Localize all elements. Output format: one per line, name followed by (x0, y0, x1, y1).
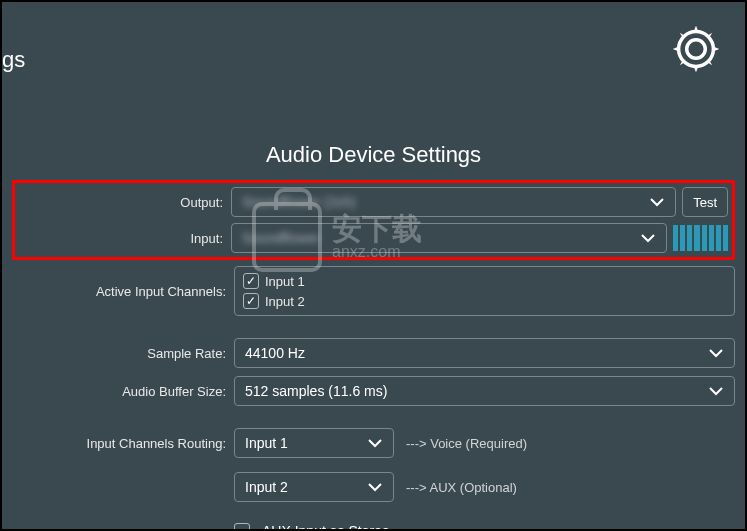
aux-stereo-checkbox[interactable] (234, 523, 250, 531)
buffer-size-value: 512 samples (11.6 ms) (245, 383, 387, 399)
routing-voice-dropdown[interactable]: Input 1 (234, 428, 394, 458)
active-channels-group: Input 1 Input 2 (234, 266, 735, 316)
section-title: Audio Device Settings (12, 142, 735, 168)
output-value: Soundflower (2ch) (242, 194, 356, 210)
chevron-down-icon (640, 232, 656, 244)
input-dropdown[interactable]: Soundflower (231, 223, 667, 253)
gear-icon[interactable] (667, 20, 725, 78)
output-label: Output: (19, 195, 231, 210)
aux-stereo-label: AUX Input as Stereo (262, 523, 390, 531)
sample-rate-value: 44100 Hz (245, 345, 305, 361)
highlighted-io-section: Output: Soundflower (2ch) Test Input: So… (12, 180, 735, 260)
input2-checkbox-label: Input 2 (265, 294, 305, 309)
svg-point-1 (679, 32, 714, 67)
sample-rate-label: Sample Rate: (12, 346, 234, 361)
chevron-down-icon (649, 196, 665, 208)
routing-aux-hint: ---> AUX (Optional) (406, 480, 517, 495)
input1-checkbox[interactable] (243, 273, 259, 289)
routing-aux-value: Input 2 (245, 479, 288, 495)
buffer-size-label: Audio Buffer Size: (12, 384, 234, 399)
buffer-size-dropdown[interactable]: 512 samples (11.6 ms) (234, 376, 735, 406)
routing-label: Input Channels Routing: (12, 436, 234, 451)
routing-voice-hint: ---> Voice (Required) (406, 436, 527, 451)
routing-aux-dropdown[interactable]: Input 2 (234, 472, 394, 502)
routing-voice-value: Input 1 (245, 435, 288, 451)
svg-point-0 (687, 40, 706, 59)
chevron-down-icon (708, 385, 724, 397)
input-value: Soundflower (242, 230, 320, 246)
input2-checkbox[interactable] (243, 293, 259, 309)
output-dropdown[interactable]: Soundflower (2ch) (231, 187, 676, 217)
active-channels-label: Active Input Channels: (12, 284, 234, 299)
input-level-meter (673, 225, 728, 251)
input-label: Input: (19, 231, 231, 246)
input1-checkbox-label: Input 1 (265, 274, 305, 289)
test-button[interactable]: Test (682, 187, 728, 217)
chevron-down-icon (367, 481, 383, 493)
chevron-down-icon (708, 347, 724, 359)
chevron-down-icon (367, 437, 383, 449)
sample-rate-dropdown[interactable]: 44100 Hz (234, 338, 735, 368)
page-title: gs (2, 47, 25, 73)
